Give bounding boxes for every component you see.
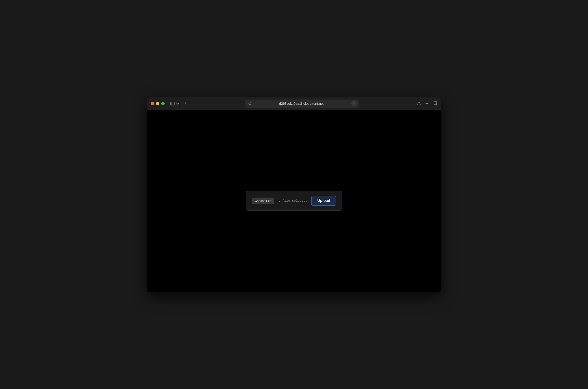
browser-window: d263coku5ea1li.cloudfront.net [147,97,441,292]
sidebar-icon [170,101,175,106]
address-bar[interactable]: d263coku5ea1li.cloudfront.net [245,99,359,108]
new-tab-icon[interactable] [425,101,429,106]
upload-button[interactable]: Upload [311,196,336,206]
more-button[interactable] [351,101,356,106]
toolbar-right [417,101,437,106]
file-input-area: Choose File no file selected [252,197,307,204]
upload-card: Choose File no file selected Upload [246,191,343,211]
ellipsis-icon [352,102,356,105]
url-text: d263coku5ea1li.cloudfront.net [253,102,350,105]
browser-content: Choose File no file selected Upload [147,110,441,292]
svg-point-3 [353,103,353,104]
back-button[interactable] [184,101,188,106]
tabs-icon[interactable] [433,101,437,106]
back-arrow-icon [184,101,188,105]
maximize-button[interactable] [161,102,165,105]
sidebar-toggle[interactable] [170,101,180,106]
svg-point-4 [354,103,354,104]
close-button[interactable] [151,102,154,105]
svg-rect-0 [171,102,174,105]
address-bar-container: d263coku5ea1li.cloudfront.net [196,99,409,108]
title-bar: d263coku5ea1li.cloudfront.net [147,97,441,110]
chevron-down-icon [176,101,180,106]
minimize-button[interactable] [156,102,159,105]
no-file-label: no file selected [277,199,307,203]
share-icon[interactable] [417,101,421,106]
svg-rect-2 [249,103,251,104]
traffic-lights [151,102,165,105]
choose-file-button[interactable]: Choose File [252,197,274,204]
svg-point-5 [355,103,355,104]
lock-icon [248,101,251,105]
